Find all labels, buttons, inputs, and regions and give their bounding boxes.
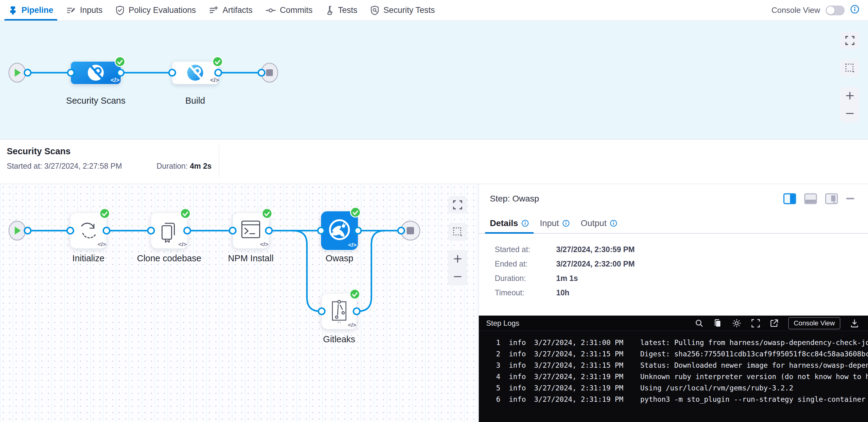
log-line: 6 info 3/27/2024, 2:31:19 PM python3 -m … — [479, 394, 868, 405]
log-line: 1 info 3/27/2024, 2:31:00 PM latest: Pul… — [479, 337, 868, 348]
tab-policy-evaluations[interactable]: Policy Evaluations — [109, 0, 202, 21]
console-view-button[interactable]: Console View — [788, 317, 840, 329]
log-level: info — [509, 371, 530, 383]
info-icon[interactable] — [610, 220, 617, 227]
detail-value: 3/27/2024, 2:32:00 PM — [556, 259, 635, 268]
tab-tests[interactable]: Tests — [319, 0, 364, 21]
log-message: Digest: sha256:7755011cdb13caf9f95051f8c… — [640, 348, 868, 360]
step-node-owasp[interactable]: </> — [321, 207, 360, 250]
tab-label: Policy Evaluations — [129, 5, 196, 15]
stop-icon — [266, 69, 273, 76]
tab-artifacts[interactable]: Artifacts — [202, 0, 259, 21]
step-logs-title: Step Logs — [486, 319, 695, 328]
log-message: latest: Pulling from harness/owasp-depen… — [640, 337, 868, 348]
duration-label: Duration: — [157, 162, 190, 170]
success-badge — [181, 208, 190, 218]
zoom-out-button[interactable] — [448, 268, 467, 286]
success-badge — [262, 208, 272, 218]
stage-node-build[interactable]: </> — [172, 57, 222, 84]
stage-start-node[interactable] — [9, 63, 26, 82]
commit-icon — [266, 6, 276, 15]
info-icon[interactable] — [522, 220, 529, 227]
log-line: 3 info 3/27/2024, 2:31:15 PM Status: Dow… — [479, 360, 868, 371]
minimize-panel-icon[interactable] — [846, 197, 855, 200]
log-message: python3 -m sto_plugin --run-strategy sin… — [640, 394, 868, 405]
step-label-initialize[interactable]: Initialize — [72, 253, 105, 263]
log-timestamp: 3/27/2024, 2:31:15 PM — [534, 360, 633, 371]
tab-commits[interactable]: Commits — [259, 0, 319, 21]
info-icon[interactable] — [850, 5, 859, 16]
log-level: info — [509, 383, 530, 394]
search-icon[interactable] — [695, 319, 704, 328]
step-graph-canvas[interactable]: </> </> — [0, 184, 479, 422]
tab-label: Inputs — [80, 5, 103, 15]
tab-pipeline[interactable]: Pipeline — [2, 0, 60, 21]
code-glyph: </> — [178, 241, 187, 248]
log-timestamp: 3/27/2024, 2:31:00 PM — [534, 337, 633, 348]
log-message: Using /usr/local/rvm/gems/ruby-3.2.2 — [640, 383, 868, 394]
selection-button[interactable] — [448, 223, 467, 241]
code-glyph: </> — [260, 241, 268, 248]
download-icon[interactable] — [850, 319, 859, 328]
step-label-npm-install[interactable]: NPM Install — [228, 253, 274, 263]
tab-label: Output — [581, 218, 607, 228]
tab-security-tests[interactable]: Security Tests — [364, 0, 441, 21]
layout-float-panel-icon[interactable] — [825, 193, 838, 204]
open-in-new-icon[interactable] — [770, 319, 778, 328]
nav-right: Console View — [771, 5, 859, 16]
success-badge — [100, 208, 110, 218]
step-logs-body[interactable]: 1 info 3/27/2024, 2:31:00 PM latest: Pul… — [479, 331, 868, 422]
step-detail-panel: Step: Owasp — [479, 184, 868, 422]
stage-label-build[interactable]: Build — [185, 96, 205, 106]
log-line: 4 info 3/27/2024, 2:31:19 PM Unknown rub… — [479, 371, 868, 383]
zoom-controls — [448, 250, 467, 286]
console-view-toggle[interactable] — [826, 5, 845, 15]
step-canvas-controls — [448, 196, 467, 286]
stage-node-security-scans[interactable]: </> — [71, 57, 125, 84]
step-label-owasp[interactable]: Owasp — [326, 253, 353, 263]
step-start-node[interactable] — [9, 221, 26, 240]
stage-graph-canvas[interactable]: </> </> Se — [0, 21, 868, 139]
stage-started-at: Started at: 3/27/2024, 2:27:58 PM — [7, 162, 122, 170]
tab-details[interactable]: Details — [484, 214, 534, 233]
zoom-in-button[interactable] — [448, 250, 467, 268]
tab-inputs[interactable]: Inputs — [60, 0, 109, 21]
tab-output[interactable]: Output — [575, 214, 623, 233]
nav-tabs: Pipeline Inputs Policy Evaluations Artif… — [2, 0, 441, 21]
copy-icon[interactable] — [713, 319, 722, 328]
log-line-number: 4 — [492, 371, 500, 383]
log-line-number: 1 — [492, 337, 500, 348]
tab-label: Details — [490, 218, 518, 228]
code-glyph: </> — [348, 242, 356, 248]
log-line-number: 6 — [492, 394, 500, 405]
detail-value: 3/27/2024, 2:30:59 PM — [556, 245, 635, 254]
step-details-list: Started at: 3/27/2024, 2:30:59 PM Ended … — [479, 234, 868, 302]
pipeline-execution-page: Pipeline Inputs Policy Evaluations Artif… — [0, 0, 868, 422]
detail-label: Duration: — [495, 273, 556, 283]
detail-row: Started at: 3/27/2024, 2:30:59 PM — [495, 245, 868, 254]
detail-row: Duration: 1m 1s — [495, 273, 868, 283]
shield-check-icon — [115, 5, 125, 15]
stage-label-security-scans[interactable]: Security Scans — [66, 96, 125, 106]
selection-button[interactable] — [840, 59, 859, 77]
stage-info-bar: Security Scans Started at: 3/27/2024, 2:… — [0, 139, 868, 184]
pipeline-icon — [8, 6, 18, 15]
fullscreen-button[interactable] — [448, 196, 467, 214]
step-label-gitleaks[interactable]: Gitleaks — [323, 334, 355, 345]
detail-row: Ended at: 3/27/2024, 2:32:00 PM — [495, 259, 868, 268]
expand-icon[interactable] — [751, 319, 760, 328]
inputs-icon — [66, 5, 76, 15]
fullscreen-button[interactable] — [840, 32, 859, 50]
code-glyph: </> — [111, 77, 120, 84]
layout-bottom-split-icon[interactable] — [804, 193, 817, 204]
stage-graph-svg: </> </> — [0, 21, 868, 139]
success-badge — [350, 207, 360, 217]
zoom-out-button[interactable] — [840, 105, 859, 122]
detail-row: Timeout: 10h — [495, 288, 868, 297]
zoom-in-button[interactable] — [840, 87, 859, 105]
info-icon[interactable] — [562, 220, 570, 227]
tab-input[interactable]: Input — [534, 214, 575, 233]
layout-right-split-icon[interactable] — [783, 193, 796, 204]
step-label-clone-codebase[interactable]: Clone codebase — [137, 253, 202, 263]
settings-gear-icon[interactable] — [732, 318, 742, 328]
